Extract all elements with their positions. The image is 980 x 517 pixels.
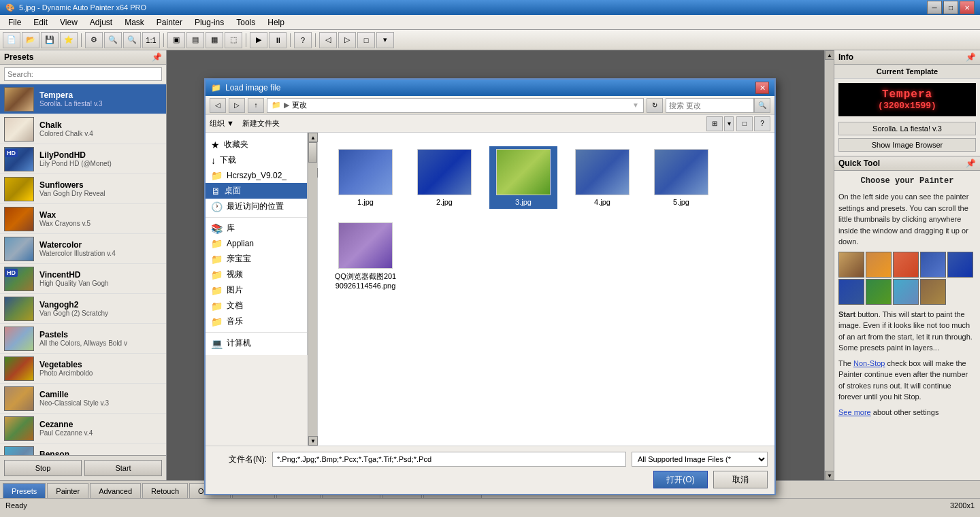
filename-input[interactable] (272, 452, 626, 467)
nav-label-applian: Applian (227, 239, 254, 248)
dialog-body: ▲ ★ 收藏夹 ↓ 下载 📁 Hcrszyb_V9.02_ (206, 133, 774, 446)
file-item-3[interactable]: 3.jpg (489, 146, 557, 209)
cancel-button[interactable]: 取消 (713, 471, 768, 488)
file-item-1[interactable]: 1.jpg (331, 146, 399, 209)
dialog-icon: 📁 (211, 83, 221, 93)
nav-scroll-track (308, 142, 317, 436)
filename-label: 文件名(N): (212, 454, 267, 465)
file-item-5[interactable]: 5.jpg (647, 146, 715, 209)
view-icons-button[interactable]: ⊞ (706, 116, 723, 131)
address-bar[interactable]: 📁 ▶ 更改 ▼ (267, 98, 644, 113)
nav-scrollbar[interactable]: ▲ ▼ (308, 133, 317, 446)
file-name-4: 4.jpg (594, 198, 610, 206)
nav-item-computer[interactable]: 💻 计算机 (206, 335, 307, 351)
dialog-overlay: 📁 Load image file ✕ ◁ ▷ ↑ 📁 ▶ 更改 ▼ ↻ 🔍 (0, 0, 980, 517)
nav-icon-documents: 📁 (211, 301, 223, 312)
file-item-2[interactable]: 2.jpg (410, 146, 478, 209)
nav-label-music: 音乐 (227, 316, 243, 327)
dialog-search-button[interactable]: 🔍 (754, 98, 770, 113)
filename-row: 文件名(N): All Supported Image Files (* (212, 452, 768, 467)
addr-dropdown[interactable]: ▼ (632, 101, 639, 109)
view-controls: ⊞ ▾ □ ? (706, 116, 770, 131)
nav-item-video[interactable]: 📁 视频 (206, 267, 307, 282)
nav-item-desktop[interactable]: 🖥 桌面 (206, 183, 307, 199)
nav-icon-library: 📚 (211, 223, 223, 234)
dialog-search-input[interactable] (666, 98, 754, 113)
nav-label-favorites: 收藏夹 (224, 139, 248, 150)
view-dropdown-button[interactable]: ▾ (724, 116, 734, 131)
addr-path: 更改 (292, 100, 307, 110)
view-help-button[interactable]: ? (754, 116, 770, 131)
nav-item-qinbaobao[interactable]: 📁 亲宝宝 (206, 251, 307, 267)
file-name-5: 5.jpg (673, 198, 689, 206)
nav-icon-download: ↓ (211, 155, 216, 166)
nav-label-recent: 最近访问的位置 (227, 201, 284, 212)
file-name-3: 3.jpg (515, 198, 532, 206)
search-box-wrap: 🔍 (666, 98, 770, 113)
nav-icon-recent: 🕐 (211, 201, 223, 212)
nav-item-applian[interactable]: 📁 Applian (206, 236, 307, 251)
addr-arrow: ▶ (284, 101, 289, 110)
nav-label-documents: 文档 (227, 300, 243, 312)
nav-item-documents[interactable]: 📁 文档 (206, 298, 307, 314)
new-folder-button[interactable]: 新建文件夹 (242, 118, 280, 129)
nav-item-music[interactable]: 📁 音乐 (206, 314, 307, 329)
file-name-2: 2.jpg (436, 198, 453, 206)
nav-label-qinbaobao: 亲宝宝 (227, 253, 251, 265)
nav-scroll-up-btn[interactable]: ▲ (308, 133, 318, 142)
nav-icon-applian: 📁 (211, 238, 223, 249)
address-bar-wrap: 📁 ▶ 更改 ▼ ↻ (267, 98, 663, 113)
file-thumb-4 (575, 149, 630, 195)
file-item-6[interactable]: QQ浏览器截图20190926114546.png (331, 220, 399, 293)
file-area: 1.jpg 2.jpg 3.jpg 4.jpg 5.jpg (318, 133, 774, 446)
nav-item-pictures[interactable]: 📁 图片 (206, 282, 307, 298)
file-name-1: 1.jpg (357, 198, 374, 206)
open-button[interactable]: 打开(O) (653, 471, 708, 488)
dialog-title-text: Load image file (225, 83, 280, 93)
nav-tree-wrap: ▲ ★ 收藏夹 ↓ 下载 📁 Hcrszyb_V9.02_ (206, 133, 318, 446)
nav-item-recent[interactable]: 🕐 最近访问的位置 (206, 199, 307, 214)
view-preview-button[interactable]: □ (736, 116, 753, 131)
nav-scroll-thumb[interactable] (308, 142, 317, 163)
nav-divider-1 (206, 217, 307, 218)
nav-item-hcrszyb[interactable]: 📁 Hcrszyb_V9.02_ (206, 168, 307, 183)
load-image-dialog: 📁 Load image file ✕ ◁ ▷ ↑ 📁 ▶ 更改 ▼ ↻ 🔍 (204, 78, 776, 495)
nav-label-computer: 计算机 (227, 337, 251, 349)
file-thumb-5 (654, 149, 708, 195)
addr-refresh-button[interactable]: ↻ (647, 98, 663, 113)
nav-label-download: 下载 (220, 154, 236, 166)
nav-label-pictures: 图片 (227, 284, 243, 296)
nav-icon-music: 📁 (211, 316, 223, 327)
filetype-select[interactable]: All Supported Image Files (* (632, 452, 768, 467)
nav-icon-hcrszyb: 📁 (211, 170, 223, 181)
nav-label-desktop: 桌面 (225, 185, 241, 197)
addr-icon: 📁 (272, 101, 281, 110)
nav-back-button[interactable]: ◁ (210, 98, 226, 113)
nav-icon-desktop: 🖥 (211, 186, 220, 197)
file-nav: ★ 收藏夹 ↓ 下载 📁 Hcrszyb_V9.02_ 🖥 (206, 133, 308, 355)
dialog-title-bar: 📁 Load image file ✕ (206, 80, 774, 96)
nav-tree-scroll-area: ▲ ★ 收藏夹 ↓ 下载 📁 Hcrszyb_V9.02_ (206, 133, 308, 446)
nav-icon-video: 📁 (211, 269, 223, 280)
nav-divider-2 (206, 332, 307, 333)
file-thumb-1 (338, 149, 393, 195)
organize-button[interactable]: 组织 ▼ (210, 118, 234, 129)
file-thumb-2 (417, 149, 472, 195)
dialog-toolbar: ◁ ▷ ↑ 📁 ▶ 更改 ▼ ↻ 🔍 (206, 96, 774, 115)
dialog-actions: 打开(O) 取消 (212, 471, 768, 488)
nav-up-button[interactable]: ↑ (248, 98, 264, 113)
nav-label-library: 库 (227, 222, 235, 234)
nav-label-hcrszyb: Hcrszyb_V9.02_ (227, 171, 287, 180)
nav-forward-button[interactable]: ▷ (229, 98, 245, 113)
nav-item-library[interactable]: 📚 库 (206, 220, 307, 236)
file-item-4[interactable]: 4.jpg (568, 146, 636, 209)
nav-item-favorites[interactable]: ★ 收藏夹 (206, 137, 307, 152)
nav-item-download[interactable]: ↓ 下载 (206, 152, 307, 168)
organize-bar: 组织 ▼ 新建文件夹 ⊞ ▾ □ ? (206, 115, 774, 133)
dialog-close-button[interactable]: ✕ (755, 82, 769, 94)
nav-scroll-down-btn[interactable]: ▼ (308, 436, 318, 446)
nav-icon-computer: 💻 (211, 338, 223, 349)
dialog-bottom: 文件名(N): All Supported Image Files (* 打开(… (206, 446, 774, 494)
nav-icon-pictures: 📁 (211, 285, 223, 296)
dialog-title-left: 📁 Load image file (211, 83, 280, 93)
